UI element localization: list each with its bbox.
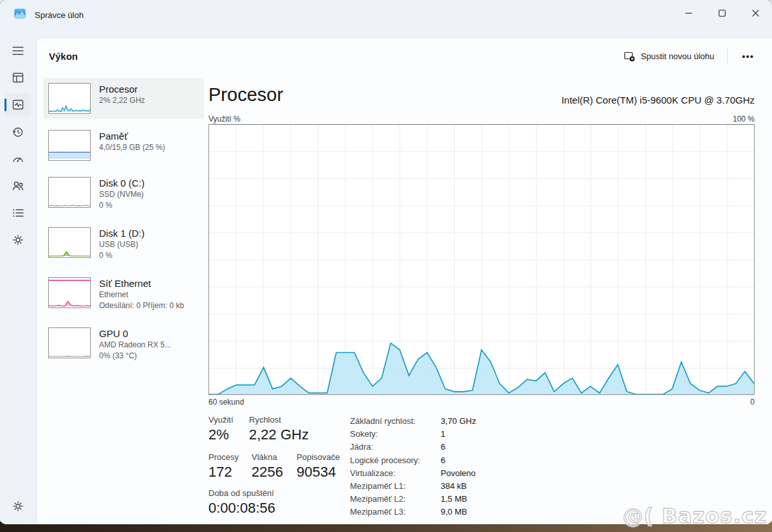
detail-value: 3,70 GHz [441,415,476,428]
device-sub2: 0 % [99,200,145,211]
users-icon [10,178,26,194]
device-item-disk1[interactable]: Disk 1 (D:) USB (USB) 0 % [43,222,204,266]
detail-label: Logické procesory: [350,454,432,467]
device-title: Síť Ethernet [99,277,184,289]
maximize-button[interactable] [705,0,739,26]
stat-label: Popisovače [297,452,340,463]
nav-item-startup-apps[interactable] [5,147,31,170]
network-sparkline [48,277,91,308]
run-new-task-button[interactable]: Spustit novou úlohu [616,46,722,67]
task-manager-window: Správce úloh [0,0,772,524]
content-card: Výkon Spustit novou úlohu ••• [36,37,772,524]
device-item-memory[interactable]: Paměť 4,0/15,9 GB (25 %) [43,125,204,166]
page-title: Výkon [49,51,78,62]
stat-label: Procesy [208,452,239,463]
device-title: GPU 0 [99,327,171,340]
close-icon [752,10,759,17]
hamburger-menu-button[interactable] [5,39,31,62]
detail-label: Mezipaměť L2: [350,493,432,506]
cpu-usage-chart[interactable] [208,124,755,395]
memory-sparkline [48,130,91,161]
maximize-icon [719,10,726,17]
nav-item-app-history[interactable] [5,120,31,143]
stat-uptime: Doba od spuštění 0:00:08:56 [208,488,275,518]
card-header: Výkon Spustit novou úlohu ••• [37,38,772,74]
device-sub2: Odesílání: 0 Příjem: 0 kb [99,300,184,311]
cpu-sparkline [48,83,91,114]
processes-icon [10,70,26,86]
details-icon [10,205,26,221]
detail-label: Virtualizace: [350,467,432,480]
stat-label: Doba od spuštění [208,488,275,499]
stat-value: 0:00:08:56 [208,499,275,518]
detail-label: Základní rychlost: [350,415,432,428]
close-button[interactable] [739,0,772,26]
chart-x-label-right: 0 [750,398,755,407]
stat-processes: Procesy 172 [208,452,239,482]
nav-rail [0,37,36,524]
settings-button[interactable] [5,495,31,518]
device-sub: USB (USB) [99,239,145,250]
device-sub2: 0 % [99,250,145,261]
services-icon [10,232,26,248]
device-item-cpu[interactable]: Procesor 2% 2,22 GHz [43,78,204,119]
detail-label: Mezipaměť L3: [350,506,432,518]
device-item-disk0[interactable]: Disk 0 (C:) SSD (NVMe) 0 % [43,172,204,216]
nav-item-processes[interactable] [5,66,31,89]
nav-item-details[interactable] [5,201,31,225]
cpu-chart-svg [209,125,754,394]
stat-usage: Využití 2% [208,414,234,445]
stat-value: 2256 [252,463,283,482]
titlebar: Správce úloh [0,0,772,37]
device-sub: AMD Radeon RX 5... [99,340,171,351]
device-title: Paměť [99,130,165,142]
stat-speed: Rychlost 2,22 GHz [249,414,309,445]
disk0-sparkline [48,177,91,208]
app-icon [14,8,26,22]
window-title: Správce úloh [35,10,84,20]
run-new-task-label: Spustit novou úlohu [641,51,714,61]
detail-label: Mezipaměť L1: [350,480,432,493]
detail-value: 384 kB [441,480,476,493]
stat-value: 90534 [297,463,340,482]
performance-icon [10,97,26,113]
chart-x-label-left: 60 sekund [208,398,244,407]
nav-item-users[interactable] [5,174,31,197]
stat-label: Rychlost [249,414,309,425]
detail-value: 9,0 MB [441,506,476,518]
cpu-model-name: Intel(R) Core(TM) i5-9600K CPU @ 3.70GHz [562,95,755,105]
detail-label: Sokety: [350,428,432,441]
hamburger-menu-icon [10,43,26,59]
detail-value: Povoleno [441,467,476,480]
performance-device-list: Procesor 2% 2,22 GHz Paměť 4,0/15,9 GB (… [43,78,204,372]
stat-label: Vlákna [252,452,283,463]
settings-gear-icon [10,499,26,514]
detail-value: 6 [441,454,476,467]
stat-threads: Vlákna 2256 [252,452,283,482]
gpu-sparkline [48,327,91,358]
cpu-detail-grid: Základní rychlost:3,70 GHz Sokety:1 Jádr… [350,415,476,519]
detail-value: 1 [441,428,476,441]
app-history-icon [10,124,26,140]
main-title: Procesor [208,84,283,105]
device-sub: SSD (NVMe) [99,189,145,200]
minimize-icon [685,10,692,17]
more-options-button[interactable]: ••• [733,47,763,66]
detail-value: 6 [441,441,476,454]
nav-item-performance[interactable] [5,93,31,116]
stat-handles: Popisovače 90534 [297,452,340,482]
device-title: Procesor [99,83,145,95]
minimize-button[interactable] [672,0,705,26]
bazos-watermark: @( Bazos.cz [623,504,767,528]
disk1-sparkline [48,227,91,258]
stat-value: 2% [208,425,234,445]
nav-item-services[interactable] [5,228,31,252]
stat-value: 172 [208,463,239,482]
device-item-gpu[interactable]: GPU 0 AMD Radeon RX 5... 0% (33 °C) [43,322,204,367]
device-sub: 4,0/15,9 GB (25 %) [99,142,165,153]
stat-label: Využití [208,414,234,425]
chart-y-max-label: 100 % [733,115,755,124]
stat-value: 2,22 GHz [249,425,309,445]
detail-value: 1,5 MB [441,493,476,506]
device-item-ethernet[interactable]: Síť Ethernet Ethernet Odesílání: 0 Příje… [43,272,204,316]
